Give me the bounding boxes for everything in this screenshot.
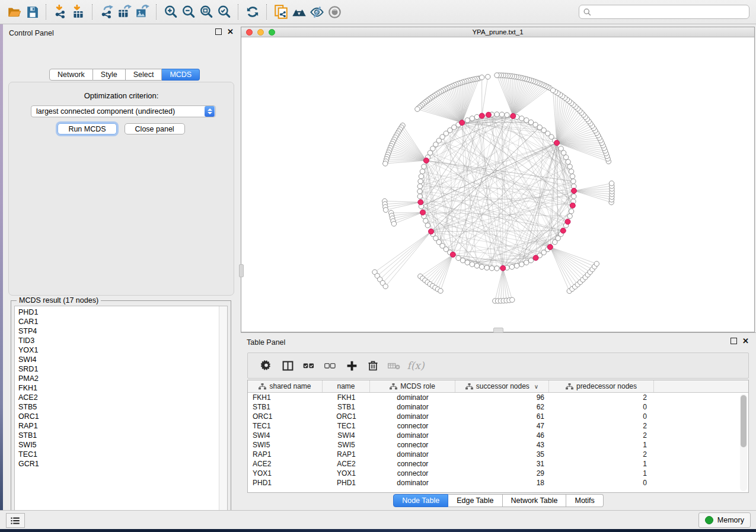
- export-network-icon[interactable]: [98, 3, 116, 21]
- mcds-result-item[interactable]: GCR1: [15, 459, 227, 469]
- mcds-hub-node[interactable]: [533, 255, 538, 261]
- network-node[interactable]: [509, 264, 514, 269]
- mcds-hub-node[interactable]: [511, 113, 516, 118]
- cell-MCDS-role[interactable]: dominator: [370, 393, 455, 402]
- cell-successor-nodes[interactable]: 35: [455, 450, 549, 459]
- mcds-hub-node[interactable]: [500, 265, 506, 271]
- network-node[interactable]: [422, 164, 426, 169]
- mcds-hub-node[interactable]: [570, 203, 575, 208]
- mcds-hub-node[interactable]: [554, 140, 560, 146]
- tab-mcds[interactable]: MCDS: [162, 69, 200, 81]
- cell-successor-nodes[interactable]: 61: [455, 412, 549, 421]
- network-node[interactable]: [484, 265, 489, 270]
- cell-successor-nodes[interactable]: 31: [455, 460, 549, 468]
- network-node[interactable]: [489, 266, 494, 271]
- network-node[interactable]: [479, 264, 484, 269]
- import-table-icon[interactable]: [69, 3, 87, 21]
- network-node[interactable]: [519, 262, 524, 267]
- cell-MCDS-role[interactable]: connector: [370, 422, 455, 430]
- hide-graphics-details-icon[interactable]: [308, 3, 326, 21]
- table-row-ORC1[interactable]: ORC1ORC1dominator610: [248, 412, 748, 421]
- mcds-result-item[interactable]: RAP1: [15, 421, 227, 431]
- mcds-result-item[interactable]: ACE2: [15, 393, 227, 402]
- show-graphics-details-icon[interactable]: [326, 3, 343, 21]
- cell-shared-name[interactable]: RAP1: [248, 450, 323, 459]
- table-row-ACE2[interactable]: ACE2ACE2connector311: [248, 459, 748, 469]
- network-node[interactable]: [474, 114, 479, 119]
- mcds-hub-node[interactable]: [423, 158, 429, 163]
- network-node[interactable]: [425, 223, 430, 227]
- table-row-FKH1[interactable]: FKH1FKH1dominator962: [248, 393, 748, 402]
- run-mcds-button[interactable]: Run MCDS: [58, 123, 116, 134]
- network-node[interactable]: [594, 261, 599, 266]
- cell-name[interactable]: RAP1: [323, 450, 370, 459]
- network-node[interactable]: [438, 289, 443, 293]
- cell-shared-name[interactable]: PHD1: [248, 479, 323, 487]
- overview-icon[interactable]: [290, 3, 308, 21]
- network-node[interactable]: [460, 258, 465, 262]
- cell-MCDS-role[interactable]: connector: [370, 469, 455, 477]
- cell-name[interactable]: PHD1: [323, 479, 370, 487]
- network-node[interactable]: [514, 263, 519, 268]
- mcds-hub-node[interactable]: [565, 219, 570, 225]
- network-node[interactable]: [524, 260, 529, 265]
- mcds-hub-node[interactable]: [560, 228, 566, 233]
- add-column-icon[interactable]: [341, 357, 362, 374]
- network-window-titlebar[interactable]: YPA_prune.txt_1: [241, 27, 754, 37]
- mcds-hub-node[interactable]: [486, 112, 491, 117]
- column-header-predecessor-nodes[interactable]: predecessor nodes: [549, 380, 654, 392]
- network-node[interactable]: [383, 207, 388, 212]
- table-row-SWI4[interactable]: SWI4SWI4dominator462: [248, 431, 748, 440]
- column-header-MCDS-role[interactable]: MCDS role: [370, 380, 455, 392]
- network-node[interactable]: [567, 164, 572, 169]
- deselect-all-icon[interactable]: [320, 357, 341, 374]
- close-panel-button[interactable]: Close panel: [125, 123, 185, 134]
- cell-successor-nodes[interactable]: 43: [455, 441, 549, 449]
- network-node[interactable]: [550, 88, 555, 92]
- cell-predecessor-nodes[interactable]: 2: [549, 431, 654, 440]
- cell-MCDS-role[interactable]: dominator: [370, 450, 455, 459]
- network-node[interactable]: [419, 174, 423, 178]
- cell-predecessor-nodes[interactable]: 2: [549, 450, 654, 459]
- mcds-result-item[interactable]: SWI4: [15, 355, 227, 364]
- save-session-icon[interactable]: [23, 3, 41, 21]
- table-scrollbar-thumb[interactable]: [741, 395, 747, 447]
- network-node[interactable]: [465, 260, 470, 265]
- column-header-shared-name[interactable]: shared name: [248, 380, 323, 392]
- zoom-fit-icon[interactable]: [197, 3, 215, 21]
- network-node[interactable]: [571, 179, 576, 184]
- network-node[interactable]: [479, 75, 484, 79]
- optimization-criterion-select[interactable]: largest connected component (undirected): [31, 105, 216, 117]
- network-node[interactable]: [383, 284, 388, 289]
- cell-name[interactable]: SWI4: [323, 431, 370, 440]
- table-row-PHD1[interactable]: PHD1PHD1dominator180: [248, 478, 748, 488]
- network-node[interactable]: [417, 194, 422, 198]
- table-row-SWI5[interactable]: SWI5SWI5connector431: [248, 440, 748, 450]
- column-header-successor-nodes[interactable]: successor nodes∨: [455, 380, 549, 392]
- network-graph[interactable]: [241, 37, 754, 332]
- network-node[interactable]: [470, 262, 474, 267]
- cell-MCDS-role[interactable]: connector: [370, 441, 455, 449]
- mcds-hub-node[interactable]: [418, 200, 423, 205]
- cell-MCDS-role[interactable]: connector: [370, 460, 455, 468]
- mcds-result-item[interactable]: SWI5: [15, 440, 227, 450]
- mcds-result-item[interactable]: TID3: [15, 336, 227, 345]
- network-node[interactable]: [510, 297, 515, 302]
- cell-name[interactable]: STB1: [323, 403, 370, 411]
- tab-edge-table[interactable]: Edge Table: [448, 494, 502, 507]
- task-history-button[interactable]: [6, 513, 25, 528]
- mcds-result-item[interactable]: FKH1: [15, 383, 227, 393]
- tab-network-table[interactable]: Network Table: [503, 494, 567, 507]
- table-scrollbar[interactable]: [740, 394, 747, 491]
- mcds-result-list[interactable]: PHD1CAR1STP4TID3YOX1SWI4SRD1PMA2FKH1ACE2…: [14, 306, 228, 517]
- cell-predecessor-nodes[interactable]: 2: [549, 393, 654, 402]
- network-node[interactable]: [495, 73, 499, 78]
- network-node[interactable]: [528, 258, 533, 262]
- cell-successor-nodes[interactable]: 29: [455, 469, 549, 477]
- network-canvas[interactable]: [241, 37, 754, 332]
- network-node[interactable]: [505, 113, 509, 117]
- network-node[interactable]: [567, 214, 572, 219]
- float-panel-icon[interactable]: [215, 28, 222, 35]
- cell-shared-name[interactable]: YOX1: [248, 469, 323, 477]
- mcds-result-item[interactable]: ORC1: [15, 412, 227, 421]
